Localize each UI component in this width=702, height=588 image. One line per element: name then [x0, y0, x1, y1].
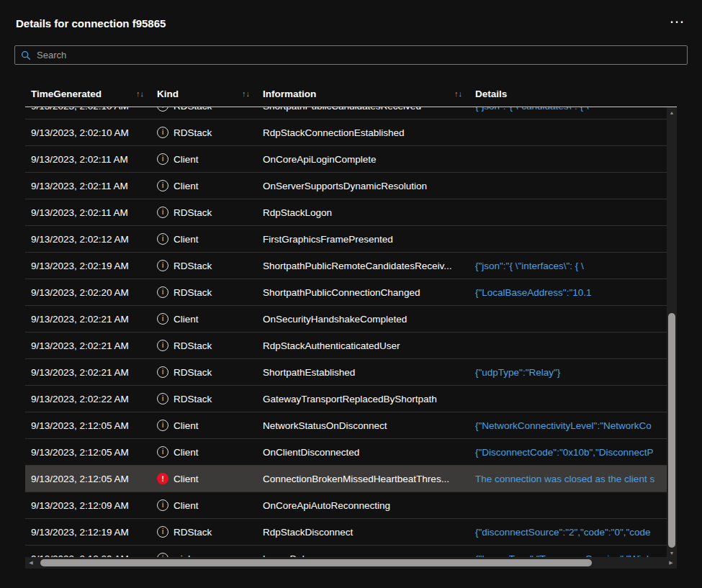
info-icon: i [157, 180, 168, 191]
table-row[interactable]: 9/13/2023, 2:02:20 AMiRDStackShortpathPu… [25, 279, 667, 306]
cell-details[interactable]: {"udpType":"Relay"} [469, 367, 667, 378]
cell-details[interactable]: The connection was closed as the client … [469, 474, 667, 484]
table-row[interactable]: 9/13/2023, 2:12:20 AMiwinlogonLogonDelay… [25, 546, 667, 558]
cell-information: OnServerSupportsDynamicResolution [257, 181, 469, 191]
search-box[interactable] [14, 45, 688, 65]
cell-kind: iRDStack [151, 340, 257, 351]
horizontal-scrollbar-thumb[interactable] [40, 559, 592, 566]
kind-label: RDStack [174, 261, 212, 271]
kind-label: RDStack [174, 340, 212, 351]
table-row[interactable]: 9/13/2023, 2:02:11 AMiClientOnServerSupp… [25, 173, 667, 199]
info-icon: i [157, 526, 168, 538]
cell-details[interactable]: {"LocalBaseAddress":"10.1 [469, 287, 667, 298]
cell-details[interactable]: {"DisconnectCode":"0x10b","DisconnectP [469, 447, 667, 458]
cell-time: 9/13/2023, 2:02:22 AM [25, 394, 151, 404]
table-row[interactable]: 9/13/2023, 2:02:22 AMiRDStackGatewayTran… [25, 386, 667, 412]
sort-icon: ↑↓ [136, 89, 151, 98]
info-icon: i [157, 393, 168, 404]
cell-details[interactable]: {"json":"{ \"interfaces\": { \ [469, 261, 667, 271]
error-icon: ! [157, 473, 168, 484]
kind-label: Client [174, 314, 199, 325]
cell-time: 9/13/2023, 2:02:10 AM [25, 127, 151, 138]
cell-kind: iRDStack [151, 393, 257, 404]
kind-label: RDStack [174, 527, 212, 538]
more-options-button[interactable]: … [669, 10, 685, 26]
cell-time: 9/13/2023, 2:02:19 AM [25, 261, 151, 271]
table-row[interactable]: 9/13/2023, 2:02:21 AMiRDStackRdpStackAut… [25, 333, 667, 359]
table-row[interactable]: 9/13/2023, 2:12:05 AMiClientOnClientDisc… [25, 439, 667, 466]
cell-kind: iClient [151, 420, 257, 431]
info-icon: i [157, 127, 168, 138]
cell-time: 9/13/2023, 2:02:10 AM [25, 107, 151, 112]
info-icon: i [157, 207, 168, 218]
cell-kind: iRDStack [151, 260, 257, 271]
cell-time: 9/13/2023, 2:02:21 AM [25, 314, 151, 325]
cell-time: 9/13/2023, 2:12:19 AM [25, 527, 151, 538]
cell-information: RdpStackLogon [257, 207, 469, 218]
cell-kind: iClient [151, 153, 257, 165]
column-header-details[interactable]: Details [469, 89, 677, 99]
cell-information: OnCoreApiAutoReconnecting [257, 500, 469, 511]
search-input[interactable] [35, 45, 687, 65]
table-row[interactable]: 9/13/2023, 2:02:10 AMiRDStackShortpathPu… [25, 107, 667, 119]
search-icon [21, 50, 31, 60]
info-icon: i [157, 153, 168, 165]
cell-details[interactable]: {"NetworkConnectivityLevel":"NetworkCo [469, 420, 667, 431]
kind-label: Client [174, 420, 199, 431]
cell-kind: iRDStack [151, 107, 257, 112]
info-icon: i [157, 286, 168, 298]
column-header-timegenerated[interactable]: TimeGenerated ↑↓ [25, 89, 151, 99]
cell-information: ShortpathPublicConnectionChanged [257, 287, 469, 298]
table-row[interactable]: 9/13/2023, 2:12:05 AM!ClientConnectionBr… [25, 466, 667, 492]
cell-time: 9/13/2023, 2:02:12 AM [25, 234, 151, 245]
vertical-scrollbar[interactable]: ▲ ▼ [667, 107, 677, 558]
scroll-down-icon[interactable]: ▼ [667, 548, 677, 558]
cell-information: ConnectionBrokenMissedHeartbeatThres... [257, 474, 469, 484]
column-header-information[interactable]: Information ↑↓ [257, 89, 469, 99]
scroll-left-icon[interactable]: ◀ [25, 557, 37, 569]
kind-label: Client [174, 181, 199, 191]
info-icon: i [157, 313, 168, 325]
kind-label: Client [174, 474, 199, 484]
column-label: Details [475, 89, 507, 99]
cell-time: 9/13/2023, 2:02:11 AM [25, 154, 151, 165]
cell-kind: iRDStack [151, 207, 257, 218]
cell-time: 9/13/2023, 2:02:11 AM [25, 181, 151, 191]
column-label: TimeGenerated [31, 89, 102, 99]
scroll-up-icon[interactable]: ▲ [667, 107, 677, 117]
table-row[interactable]: 9/13/2023, 2:12:05 AMiClientNetworkStatu… [25, 412, 667, 439]
cell-kind: iRDStack [151, 286, 257, 298]
kind-label: RDStack [174, 207, 212, 218]
kind-label: RDStack [174, 127, 212, 138]
events-table: TimeGenerated ↑↓ Kind ↑↓ Information ↑↓ … [25, 81, 677, 558]
scroll-right-icon[interactable]: ▶ [665, 557, 677, 569]
table-row[interactable]: 9/13/2023, 2:02:21 AMiRDStackShortpathEs… [25, 359, 667, 386]
cell-information: FirstGraphicsFramePresented [257, 234, 469, 245]
table-row[interactable]: 9/13/2023, 2:02:12 AMiClientFirstGraphic… [25, 226, 667, 253]
info-icon: i [157, 340, 168, 351]
vertical-scrollbar-thumb[interactable] [668, 313, 675, 548]
cell-details[interactable]: {"json":"{ \"candidates\": { \ [469, 107, 667, 112]
cell-time: 9/13/2023, 2:02:21 AM [25, 367, 151, 378]
table-body: 9/13/2023, 2:02:10 AMiRDStackShortpathPu… [25, 107, 667, 558]
cell-information: ShortpathEstablished [257, 367, 469, 378]
cell-details[interactable]: {"disconnectSource":"2","code":"0","code [469, 527, 667, 538]
kind-label: RDStack [174, 394, 212, 404]
info-icon: i [157, 420, 168, 431]
cell-information: RdpStackDisconnect [257, 527, 469, 538]
table-row[interactable]: 9/13/2023, 2:02:19 AMiRDStackShortpathPu… [25, 253, 667, 279]
cell-information: OnCoreApiLoginComplete [257, 154, 469, 165]
table-row[interactable]: 9/13/2023, 2:02:11 AMiClientOnCoreApiLog… [25, 146, 667, 173]
cell-time: 9/13/2023, 2:02:11 AM [25, 207, 151, 218]
cell-time: 9/13/2023, 2:02:20 AM [25, 287, 151, 298]
column-label: Information [263, 89, 316, 99]
column-label: Kind [157, 89, 179, 99]
horizontal-scrollbar[interactable]: ◀ ▶ [25, 557, 677, 569]
cell-time: 9/13/2023, 2:12:09 AM [25, 500, 151, 511]
table-row[interactable]: 9/13/2023, 2:02:21 AMiClientOnSecurityHa… [25, 306, 667, 333]
table-row[interactable]: 9/13/2023, 2:02:10 AMiRDStackRdpStackCon… [25, 119, 667, 146]
table-row[interactable]: 9/13/2023, 2:02:11 AMiRDStackRdpStackLog… [25, 199, 667, 226]
table-row[interactable]: 9/13/2023, 2:12:19 AMiRDStackRdpStackDis… [25, 519, 667, 546]
column-header-kind[interactable]: Kind ↑↓ [151, 89, 257, 99]
table-row[interactable]: 9/13/2023, 2:12:09 AMiClientOnCoreApiAut… [25, 492, 667, 519]
